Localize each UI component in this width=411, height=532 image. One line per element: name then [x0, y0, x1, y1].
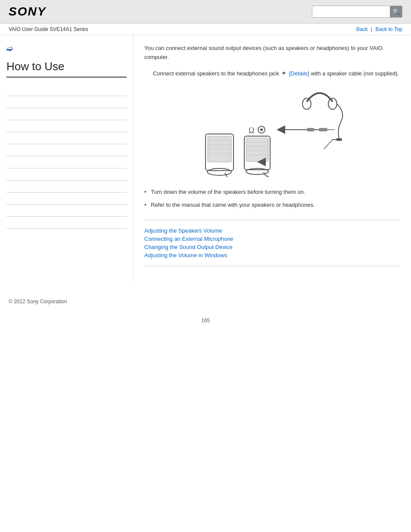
sidebar-link[interactable]: [6, 123, 8, 129]
sony-logo: SONY: [9, 5, 46, 19]
footer: © 2012 Sony Corporation: [0, 290, 411, 313]
sidebar: ➫ How to Use: [0, 35, 134, 281]
sidebar-item[interactable]: [6, 180, 127, 193]
main-container: ➫ How to Use You can connect external so…: [0, 35, 411, 281]
svg-line-4: [324, 140, 333, 149]
sidebar-item[interactable]: [6, 108, 127, 120]
guide-title: VAIO User Guide SVE14A1 Series: [9, 26, 88, 32]
copyright-text: © 2012 Sony Corporation: [9, 299, 67, 305]
bullet-item-2: Refer to the manual that came with your …: [144, 199, 400, 212]
sidebar-link[interactable]: [6, 135, 8, 141]
sidebar-arrow-icon: ➫: [6, 44, 127, 53]
search-input[interactable]: [312, 7, 390, 16]
sidebar-link[interactable]: [6, 196, 8, 202]
svg-point-0: [302, 98, 311, 109]
page-number: 165: [0, 313, 411, 328]
details-link[interactable]: [Details]: [289, 70, 309, 77]
sidebar-title: How to Use: [6, 60, 127, 78]
bottom-link-2[interactable]: Changing the Sound Output Device: [144, 243, 400, 251]
search-button[interactable]: 🔍: [390, 6, 402, 17]
speaker-illustration: Ω: [144, 87, 400, 177]
svg-text:Ω: Ω: [249, 126, 254, 135]
nav-right: Back | Back to Top: [356, 26, 402, 32]
svg-marker-8: [277, 125, 285, 134]
svg-rect-11: [319, 128, 327, 131]
back-link[interactable]: Back: [356, 26, 368, 32]
sidebar-item[interactable]: [6, 156, 127, 168]
sidebar-item[interactable]: [6, 217, 127, 229]
nav-bar: VAIO User Guide SVE14A1 Series Back | Ba…: [0, 24, 411, 35]
search-icon: 🔍: [392, 8, 400, 15]
sidebar-item[interactable]: [6, 84, 127, 96]
svg-rect-28: [307, 128, 314, 131]
svg-rect-2: [336, 138, 342, 141]
sidebar-links: [6, 84, 127, 229]
bullet-list: Turn down the volume of the speakers bef…: [144, 186, 400, 211]
headphone-jack-icon: ⚭: [281, 70, 286, 77]
intro-text: You can connect external sound output de…: [144, 44, 400, 62]
sidebar-link[interactable]: [6, 159, 8, 165]
sidebar-link[interactable]: [6, 87, 8, 93]
svg-point-1: [328, 98, 337, 109]
svg-rect-21: [246, 138, 268, 162]
bottom-link-3[interactable]: Adjusting the Volume in Windows: [144, 251, 400, 259]
sidebar-item[interactable]: [6, 168, 127, 180]
bullet-item-1: Turn down the volume of the speakers bef…: [144, 186, 400, 199]
header: SONY 🔍: [0, 0, 411, 24]
search-box: 🔍: [312, 6, 402, 18]
sidebar-link[interactable]: [6, 208, 8, 214]
sidebar-item[interactable]: [6, 120, 127, 132]
bottom-link-1[interactable]: Connecting an External Microphone: [144, 235, 400, 243]
sidebar-item[interactable]: [6, 96, 127, 108]
sidebar-link[interactable]: [6, 147, 8, 153]
bottom-link-0[interactable]: Adjusting the Speakers Volume: [144, 227, 400, 235]
sidebar-link[interactable]: [6, 111, 8, 117]
bottom-links-section: Adjusting the Speakers VolumeConnecting …: [144, 220, 400, 266]
content-area: You can connect external sound output de…: [134, 35, 411, 281]
svg-point-19: [207, 168, 231, 175]
sidebar-link[interactable]: [6, 99, 8, 105]
sidebar-item[interactable]: [6, 205, 127, 217]
sidebar-item[interactable]: [6, 193, 127, 205]
instruction-text: Connect external speakers to the headpho…: [153, 68, 400, 78]
back-to-top-link[interactable]: Back to Top: [376, 26, 402, 32]
svg-point-7: [260, 128, 263, 131]
speaker-svg: Ω: [182, 87, 363, 177]
sidebar-link[interactable]: [6, 220, 8, 226]
sidebar-link[interactable]: [6, 171, 8, 177]
sidebar-item[interactable]: [6, 144, 127, 156]
sidebar-item[interactable]: [6, 132, 127, 144]
sidebar-link[interactable]: [6, 184, 8, 190]
